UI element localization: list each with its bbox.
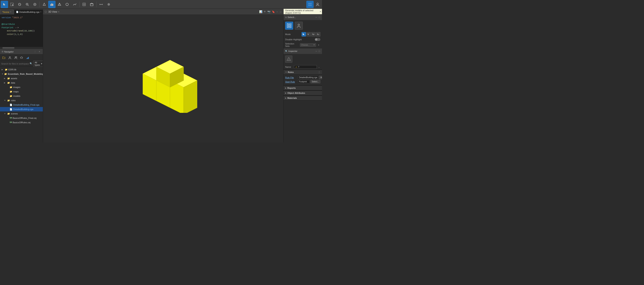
tree-item-basics-final[interactable]: ▶ 🗺 BasicsOfRules_Final.cej xyxy=(0,116,43,120)
select-tool-button[interactable] xyxy=(1,1,8,8)
tree-item-essentials[interactable]: ▼ 📁 Essentials_Rule_Based_Modeling xyxy=(0,72,43,76)
tree-label-detailed-cga: DetailedBuilding.cga xyxy=(13,108,33,110)
tab-scene[interactable]: *Scene × xyxy=(0,9,14,15)
tree-item-detailed-cga[interactable]: ▶ 📄 DetailedBuilding.cga xyxy=(0,107,43,111)
tree-item-scenes[interactable]: ▼ 📁 scenes xyxy=(0,111,43,116)
tree-item-basics-cej[interactable]: ▶ 🗺 BasicsOfRules.cej xyxy=(0,120,43,125)
type-filter-dropdown[interactable]: All types ▼ xyxy=(33,61,43,67)
tree-item-rules[interactable]: ▼ 📁 rules xyxy=(0,98,43,103)
highlight-toggle[interactable] xyxy=(315,38,320,41)
folder-icon-scenes: 📁 xyxy=(7,112,10,115)
viewport-header: ⬡ 3D View × 📊 👁 📷 🔖 ─ □ xyxy=(43,9,283,15)
inspector-min-btn[interactable]: ─ xyxy=(315,50,318,52)
mode-btn-subtract[interactable] xyxy=(316,32,320,37)
vp-stats-btn[interactable]: 📊 xyxy=(259,10,262,13)
name-value-box[interactable]: ⚠ ? xyxy=(294,65,317,69)
center-button[interactable] xyxy=(31,1,38,8)
expand-assets[interactable]: ▶ xyxy=(4,77,6,79)
orbit-button[interactable] xyxy=(16,1,23,8)
street-button[interactable] xyxy=(80,1,88,8)
viewport-cube-icon: ⬡ xyxy=(45,11,47,13)
svg-line-5 xyxy=(28,5,29,6)
polyline-button[interactable] xyxy=(71,1,78,8)
rule-start-label[interactable]: Start Rule xyxy=(285,81,297,83)
select-person-icon[interactable] xyxy=(295,22,303,30)
reports-section: ▶ Reports xyxy=(284,85,322,90)
tab-detailed-building[interactable]: 📄 DetailedBuilding.cga × xyxy=(14,9,44,15)
tree-item-maps[interactable]: ▶ 📁 maps xyxy=(0,89,43,94)
name-expand-btn[interactable]: ⌄ xyxy=(318,66,320,68)
vp-max-btn[interactable]: □ xyxy=(280,11,282,13)
file-tree: ▶ 📁 ESRI.lib ▼ 📁 Essentials_Rule_Based_M… xyxy=(0,67,43,143)
split-button[interactable] xyxy=(56,1,63,8)
vp-view-btn[interactable]: 👁 xyxy=(264,10,266,13)
expand-rules[interactable]: ▼ xyxy=(4,99,6,101)
tree-item-detailed-final[interactable]: ▶ 📄 DetailedBuilding_Final.cga xyxy=(0,103,43,107)
navigator-menu-btn[interactable]: ⋮ xyxy=(33,50,37,54)
mode-btn-select[interactable] xyxy=(302,32,306,37)
code-editor[interactable]: version "2023.1" @StartRule Footprint --… xyxy=(0,15,43,47)
rule-start-select-btn[interactable]: Select... xyxy=(310,80,320,83)
tab-scene-close[interactable]: × xyxy=(10,11,11,13)
code-line-1: version "2023.1" xyxy=(2,16,41,20)
tree-item-models[interactable]: ▶ 📁 models xyxy=(0,94,43,98)
object-attributes-header[interactable]: ▶ Object Attributes xyxy=(284,91,322,95)
editor-hscroll[interactable] xyxy=(0,47,43,49)
rule-file-assign-btn[interactable]: Assign... xyxy=(319,76,322,79)
name-value: ? xyxy=(298,66,299,68)
nav-cloud-btn[interactable] xyxy=(19,55,24,60)
vp-camera-btn[interactable]: 📷 xyxy=(267,10,270,13)
sets-dropdown[interactable]: Choose... ▼ xyxy=(300,43,316,47)
tree-item-assets[interactable]: ▶ 📁 assets xyxy=(0,76,43,81)
reports-section-header[interactable]: ▶ Reports xyxy=(284,86,322,90)
svg-marker-16 xyxy=(66,3,68,6)
nav-person-btn[interactable] xyxy=(7,55,12,60)
tree-item-data[interactable]: ▶ 📁 data xyxy=(0,81,43,85)
sets-add-btn[interactable]: + xyxy=(317,43,320,47)
select-box-icon[interactable] xyxy=(285,22,293,30)
rules-chevron: ▼ xyxy=(285,71,287,73)
polygon-button[interactable] xyxy=(64,1,71,8)
materials-section-header[interactable]: ▶ Materials xyxy=(284,96,322,100)
block-button[interactable] xyxy=(88,1,95,8)
obj-attr-chevron: ▶ xyxy=(285,92,286,94)
mode-btn-paint[interactable] xyxy=(306,32,311,37)
nav-chart-btn[interactable] xyxy=(25,55,30,60)
expand-essentials[interactable]: ▼ xyxy=(2,73,4,75)
hscroll-thumb[interactable] xyxy=(2,47,14,49)
select-region-button[interactable] xyxy=(8,1,16,8)
selection-min-btn[interactable]: ─ xyxy=(315,16,318,19)
navigator-close-btn[interactable]: × xyxy=(38,50,41,54)
svg-rect-34 xyxy=(27,58,27,59)
rule-start-text: Footprint xyxy=(299,81,307,83)
expand-scenes[interactable]: ▼ xyxy=(4,113,6,115)
rule-file-row: Rule File DetailedBuilding.cga Assign... xyxy=(285,76,320,79)
rule-file-label[interactable]: Rule File xyxy=(285,76,297,79)
inspector-max-btn[interactable]: □ xyxy=(318,50,320,52)
tree-item-esri[interactable]: ▶ 📁 ESRI.lib xyxy=(0,67,43,72)
mode-btn-add[interactable] xyxy=(311,32,316,37)
viewport-close[interactable]: × xyxy=(58,11,59,13)
tab-detailed-building-close[interactable]: × xyxy=(40,11,42,13)
object-attributes-title: Object Attributes xyxy=(287,92,305,94)
generate-button[interactable] xyxy=(48,1,56,8)
selection-max-btn[interactable]: □ xyxy=(318,16,320,19)
viewport-area[interactable] xyxy=(43,15,283,143)
nav-folder-btn[interactable] xyxy=(1,55,6,60)
vp-bookmark-btn[interactable]: 🔖 xyxy=(272,10,275,13)
rules-section-header[interactable]: ▼ Rules ⋮ xyxy=(284,70,322,75)
settings-button[interactable] xyxy=(105,1,112,8)
tree-item-images[interactable]: ▶ 📁 images xyxy=(0,85,43,89)
expand-esri[interactable]: ▶ xyxy=(2,69,4,71)
draw-shape-button[interactable] xyxy=(41,1,48,8)
user-button[interactable] xyxy=(314,1,321,8)
zoom-region-button[interactable] xyxy=(24,1,31,8)
viewport-mode-button[interactable] xyxy=(306,1,314,8)
measure-button[interactable] xyxy=(98,1,105,8)
search-input[interactable] xyxy=(1,63,29,65)
nav-group-btn[interactable] xyxy=(13,55,18,60)
vp-min-btn[interactable]: ─ xyxy=(276,11,278,13)
tooltip-close-btn[interactable]: × xyxy=(320,10,321,13)
rules-section-menu[interactable]: ⋮ xyxy=(318,71,320,74)
expand-data[interactable]: ▶ xyxy=(4,82,6,84)
